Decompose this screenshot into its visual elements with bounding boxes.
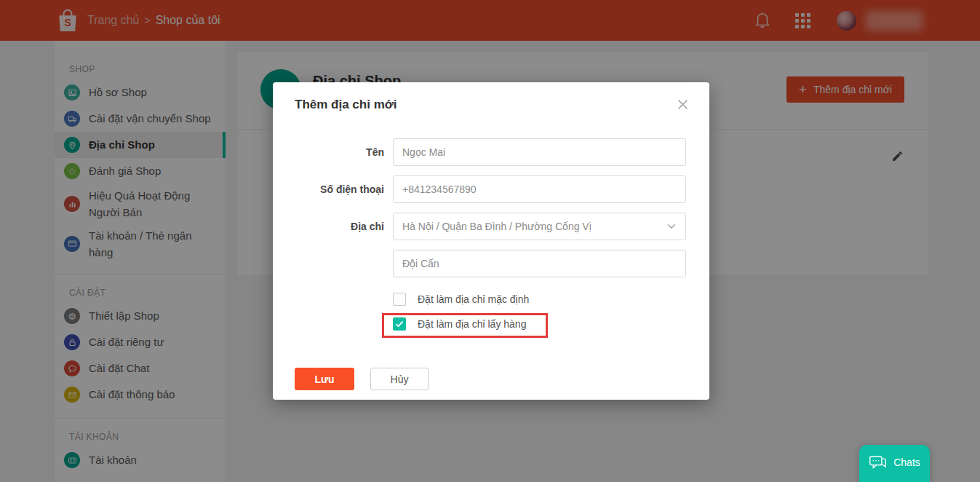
form-row-name: Tên: [295, 138, 686, 166]
detail-address-input[interactable]: [393, 250, 686, 277]
phone-label: Số điện thoại: [295, 183, 393, 195]
name-input[interactable]: [393, 138, 686, 166]
default-address-checkbox[interactable]: [393, 293, 406, 306]
pickup-address-checkbox[interactable]: [393, 317, 406, 331]
close-icon[interactable]: [677, 98, 689, 111]
pickup-address-label: Đặt làm địa chỉ lấy hàng: [418, 318, 526, 330]
chats-label: Chats: [893, 457, 920, 468]
add-address-modal: Thêm địa chỉ mới Tên Số điện thoại Địa c…: [273, 82, 709, 400]
modal-buttons: Lưu Hủy: [295, 368, 686, 390]
address-form: Tên Số điện thoại Địa chỉ Hà Nội / Quận …: [295, 138, 686, 390]
cancel-button[interactable]: Hủy: [370, 368, 429, 390]
name-label: Tên: [295, 146, 393, 158]
default-address-row: Đặt làm địa chỉ mặc định: [393, 289, 686, 309]
chats-button[interactable]: Chats: [859, 445, 930, 482]
address-select[interactable]: Hà Nội / Quận Ba Đình / Phường Cống Vị: [393, 213, 686, 240]
chevron-down-icon: [666, 221, 677, 232]
check-icon: [395, 320, 404, 328]
phone-input[interactable]: [393, 175, 686, 203]
chats-icon: [869, 454, 887, 470]
address-label: Địa chỉ: [295, 221, 393, 232]
form-row-detail: [295, 250, 686, 277]
form-row-address: Địa chỉ Hà Nội / Quận Ba Đình / Phường C…: [295, 213, 686, 240]
save-button[interactable]: Lưu: [295, 368, 354, 390]
app-root: S Trang chủ > Shop của tôi SHOP Hồ sơ: [0, 0, 980, 482]
address-select-value: Hà Nội / Quận Ba Đình / Phường Cống Vị: [402, 221, 591, 232]
modal-title: Thêm địa chỉ mới: [295, 98, 686, 112]
default-address-label: Đặt làm địa chỉ mặc định: [418, 293, 529, 305]
form-row-phone: Số điện thoại: [295, 175, 686, 203]
pickup-address-row: Đặt làm địa chỉ lấy hàng: [393, 314, 686, 334]
